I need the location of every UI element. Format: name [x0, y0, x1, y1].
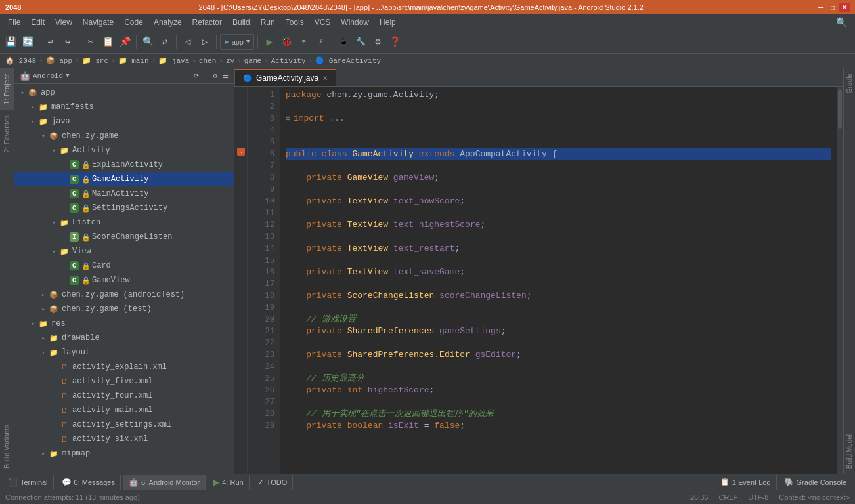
toolbar-sdk-button[interactable]: 🔧 [353, 34, 368, 50]
vtab-project[interactable]: 1: Project [0, 68, 14, 110]
toolbar-paste[interactable]: 📌 [117, 34, 133, 50]
tree-item-res[interactable]: ▾ 📁 res [14, 316, 234, 331]
vtab-build-model[interactable]: Build Model [843, 429, 855, 474]
menu-file[interactable]: File [3, 16, 26, 28]
tree-item-settings-activity[interactable]: ▸ C 🔒 SettingsActivity [14, 201, 234, 215]
tab-close-icon[interactable]: ✕ [322, 75, 328, 82]
breadcrumb-item-app[interactable]: 📦 app [46, 56, 72, 65]
tree-item-activity-main[interactable]: ▸ 🗋 activity_main.xml [14, 403, 234, 417]
breadcrumb-item-main[interactable]: 📁 main [118, 56, 149, 65]
tree-item-package-main[interactable]: ▾ 📦 chen.zy.game [14, 129, 234, 143]
menu-analyze[interactable]: Analyze [148, 16, 187, 28]
tree-item-main-activity[interactable]: ▸ C 🔒 MainActivity [14, 186, 234, 201]
toolbar-sync[interactable]: 🔄 [20, 34, 35, 50]
tree-item-listen-folder[interactable]: ▾ 📁 Listen [14, 215, 234, 230]
menu-refactor[interactable]: Refactor [187, 16, 227, 28]
tree-item-activity-six[interactable]: ▸ 🗋 activity_six.xml [14, 432, 234, 446]
editor-tab-gameactivity[interactable]: 🔵 GameActivity.java ✕ [234, 69, 336, 86]
menu-window[interactable]: Window [336, 16, 374, 28]
menu-tools[interactable]: Tools [280, 16, 309, 28]
menu-vcs[interactable]: VCS [309, 16, 336, 28]
toolbar-undo[interactable]: ↩ [43, 34, 58, 50]
menu-help[interactable]: Help [374, 16, 401, 28]
scrollbar-thumb[interactable] [838, 89, 842, 129]
vtab-build-variants[interactable]: Build Variants [0, 419, 14, 474]
vtab-favorites[interactable]: 2: Favorites [0, 110, 14, 158]
breadcrumb-item-2048[interactable]: 🏠 2048 [5, 56, 36, 65]
breadcrumb-item-java[interactable]: 📁 java [158, 56, 189, 65]
toolbar-coverage-button[interactable]: ☂ [296, 34, 311, 50]
toolbar-settings-button[interactable]: ⚙ [370, 34, 385, 50]
toolbar-run-button[interactable]: ▶ [261, 34, 277, 50]
editor-scrollbar[interactable] [837, 87, 843, 474]
toolbar-copy[interactable]: 📋 [100, 34, 116, 50]
project-dropdown[interactable]: 🤖 Android ▼ [20, 71, 70, 81]
tree-item-game-activity[interactable]: ▸ C 🔒 GameActivity [14, 172, 234, 186]
tab-event-log[interactable]: 📋 1 Event Log [715, 475, 777, 490]
toolbar-find[interactable]: 🔍 [140, 34, 156, 50]
panel-sync-icon[interactable]: ⟳ [194, 72, 199, 80]
vtab-gradle[interactable]: Gradle [843, 68, 855, 98]
menu-edit[interactable]: Edit [26, 16, 50, 28]
tab-todo[interactable]: ✓ TODO [252, 475, 294, 490]
code-line-8: private GameView gameView; [286, 172, 831, 184]
panel-collapse-icon[interactable]: − [204, 72, 208, 79]
tree-item-activity-five[interactable]: ▸ 🗋 activity_five.xml [14, 374, 234, 388]
tab-messages[interactable]: 💬 0: Messages [56, 475, 121, 490]
toolbar-profile-button[interactable]: ⚡ [313, 34, 328, 50]
tree-item-java[interactable]: ▾ 📁 java [14, 114, 234, 129]
title-bar: 2048 2048 - [C:\Users\ZY\Desktop\2048\20… [0, 0, 855, 14]
tree-item-activity-explain[interactable]: ▸ 🗋 activity_explain.xml [14, 360, 234, 374]
tab-terminal[interactable]: ⬛ Terminal [3, 475, 54, 490]
breadcrumb-item-gameactivity[interactable]: 🔵 GameActivity [315, 56, 381, 65]
tree-item-activity-four[interactable]: ▸ 🗋 activity_four.xml [14, 388, 234, 403]
toolbar-forward[interactable]: ▷ [197, 34, 213, 50]
tree-item-mipmap[interactable]: ▸ 📁 mipmap [14, 446, 234, 461]
tab-gradle-console[interactable]: 🐘 Gradle Console [779, 475, 852, 490]
code-line-24 [286, 361, 831, 373]
code-content[interactable]: package chen.zy.game.Activity; ⊞import .… [280, 87, 837, 474]
search-everywhere-icon[interactable]: 🔍 [831, 16, 852, 29]
tree-item-view-folder[interactable]: ▾ 📁 View [14, 244, 234, 259]
tree-item-test[interactable]: ▸ 📦 chen.zy.game (test) [14, 302, 234, 316]
panel-more-icon[interactable]: ☰ [223, 72, 229, 80]
toolbar-back[interactable]: ◁ [180, 34, 196, 50]
toolbar-build-dropdown[interactable]: ▶ app ▼ [220, 34, 254, 50]
toolbar-cut[interactable]: ✂ [83, 34, 99, 50]
close-button[interactable]: ✕ [839, 3, 850, 12]
breadcrumb-item-game[interactable]: game [244, 57, 261, 65]
breadcrumb-item-chen[interactable]: chen [199, 57, 216, 65]
menu-code[interactable]: Code [119, 16, 148, 28]
tree-item-activity-settings[interactable]: ▸ 🗋 activity_settings.xml [14, 417, 234, 432]
menu-build[interactable]: Build [227, 16, 255, 28]
breadcrumb-item-zy[interactable]: zy [226, 57, 234, 65]
tab-run[interactable]: ▶ 4: Run [208, 475, 249, 490]
tree-item-explain-activity[interactable]: ▸ C 🔒 ExplainActivity [14, 158, 234, 172]
panel-settings-icon[interactable]: ⚙ [213, 72, 217, 80]
tree-item-app[interactable]: ▾ 📦 app [14, 85, 234, 100]
maximize-button[interactable]: □ [827, 3, 838, 12]
minimize-button[interactable]: ─ [816, 3, 826, 12]
code-line-15 [286, 255, 831, 266]
menu-navigate[interactable]: Navigate [77, 16, 119, 28]
tab-android-monitor[interactable]: 🤖 6: Android Monitor [123, 475, 206, 490]
toolbar-help-button[interactable]: ❓ [387, 34, 403, 50]
tree-item-gameview[interactable]: ▸ C 🔒 GameView [14, 273, 234, 287]
toolbar-avd-button[interactable]: 📱 [336, 34, 351, 50]
tree-item-drawable[interactable]: ▸ 📁 drawable [14, 331, 234, 345]
tree-item-activity-folder[interactable]: ▾ 📁 Activity [14, 143, 234, 158]
menu-run[interactable]: Run [255, 16, 280, 28]
toolbar-save-all[interactable]: 💾 [3, 34, 18, 50]
toolbar-replace[interactable]: ⇄ [157, 34, 173, 50]
tree-item-manifests[interactable]: ▸ 📁 manifests [14, 100, 234, 114]
toolbar-redo[interactable]: ↪ [60, 34, 76, 50]
menu-view[interactable]: View [50, 16, 77, 28]
toolbar-debug-button[interactable]: 🐞 [278, 34, 294, 50]
tree-item-card[interactable]: ▸ C 🔒 Card [14, 259, 234, 273]
tree-item-androidtest[interactable]: ▸ 📦 chen.zy.game (androidTest) [14, 287, 234, 302]
breadcrumb-item-src[interactable]: 📁 src [82, 56, 108, 65]
breadcrumb-item-activity[interactable]: Activity [271, 57, 306, 65]
tree-item-layout[interactable]: ▾ 📁 layout [14, 345, 234, 360]
tree-item-score-change-listen[interactable]: ▸ I 🔒 ScoreChangeListen [14, 230, 234, 244]
code-line-16: private TextView text_saveGame; [286, 266, 831, 278]
